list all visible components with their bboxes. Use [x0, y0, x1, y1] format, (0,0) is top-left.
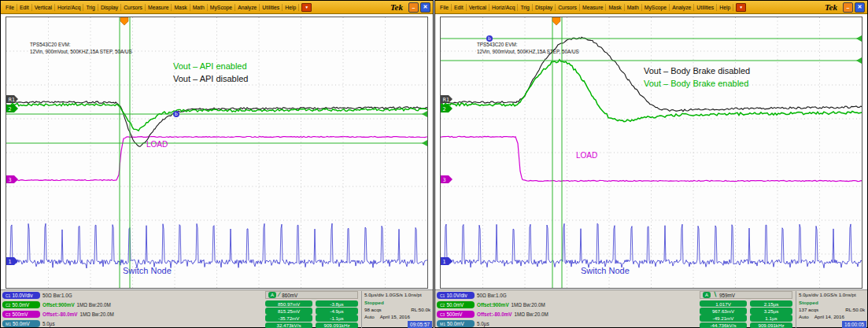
menu-item-measure[interactable]: Measure — [146, 4, 172, 11]
setup-line-2: 12Vin, 900mVout, 500KHZ,15A STEP, 50A/US — [477, 48, 579, 55]
channel-marker-3[interactable]: 3 — [441, 175, 452, 183]
measurement-badge[interactable]: 909.091kHz — [750, 322, 792, 328]
channel-marker-3[interactable]: 3 — [6, 175, 18, 183]
trigger-readout[interactable]: A ∕ 860mV — [265, 291, 358, 299]
menu-item-utilities[interactable]: Utilities — [694, 4, 717, 11]
channel-badge[interactable]: C3 500mV — [2, 311, 40, 318]
measurement-badge[interactable]: -3.8µs — [316, 300, 358, 307]
channel-marker-1[interactable]: 1 — [441, 257, 452, 265]
channel-marker-R1[interactable]: R1 — [441, 95, 452, 103]
channel-readout-c3[interactable]: C3 500mV Offset:-80.0mV 1MΩ Bw:20.0M — [2, 310, 114, 319]
menu-item-file[interactable]: File — [438, 4, 452, 11]
menu-item-horizacq[interactable]: Horiz/Acq — [55, 4, 83, 11]
channel-readout-c1[interactable]: C1 10.0V/div 50Ω Bw:1.0G — [437, 291, 507, 300]
menu-item-horizacq[interactable]: Horiz/Acq — [489, 4, 518, 11]
svg-text:R1: R1 — [443, 97, 450, 103]
channel-readout-c3[interactable]: C3 500mV Offset:-80.0mV 1MΩ Bw:20.0M — [437, 310, 549, 319]
svg-text:2: 2 — [9, 106, 12, 112]
scope-display[interactable]: R1231b TPS543C20 EVM: 12Vin, 900mVout, 5… — [440, 17, 862, 289]
menu-item-display[interactable]: Display — [98, 4, 121, 11]
channel-marker-1[interactable]: 1 — [6, 257, 18, 265]
menu-item-cursors[interactable]: Cursors — [556, 4, 580, 11]
measurement-badge[interactable]: 967.63mV — [700, 308, 747, 314]
channel-readout-c2[interactable]: C2 50.0mV Offset:900mV 1MΩ Bw:20.0M — [437, 300, 545, 309]
menu-item-trig[interactable]: Trig — [518, 4, 532, 11]
measurement-badge[interactable]: 3.25µs — [750, 308, 792, 314]
menu-item-trig[interactable]: Trig — [83, 4, 98, 11]
channel-badge[interactable]: C2 50.0mV — [2, 301, 40, 308]
menu-item-edit[interactable]: Edit — [452, 4, 467, 11]
channel-badge[interactable]: C2 50.0mV — [437, 301, 475, 308]
date-readout: April 15, 2016 — [380, 314, 410, 319]
menu-item-math[interactable]: Math — [190, 4, 208, 11]
menu-item-math[interactable]: Math — [625, 4, 642, 11]
channel-readout-m1[interactable]: M1 50.0mV 5.0µs — [437, 319, 489, 328]
measurement-badge[interactable]: 850.97mV — [265, 300, 312, 307]
menu-item-help[interactable]: Help — [283, 4, 299, 11]
measurement-badge[interactable]: 909.091kHz — [316, 322, 358, 328]
measurement-badge[interactable]: 815.25mV — [265, 308, 312, 314]
channel-detail: 1MΩ Bw:20.0M — [79, 311, 113, 317]
channel-readout-c2[interactable]: C2 50.0mV Offset:900mV 1MΩ Bw:20.0M — [2, 300, 111, 309]
channel-badge[interactable]: M1 50.0mV — [2, 320, 40, 327]
menu-item-vertical[interactable]: Vertical — [32, 4, 55, 11]
measurement-badge[interactable]: 1.1µs — [750, 315, 792, 321]
channel-detail: 50Ω Bw:1.0G — [477, 293, 507, 298]
measurement-badge[interactable]: -4.9µs — [316, 308, 358, 314]
menu-item-help[interactable]: Help — [717, 4, 733, 11]
menu-item-vertical[interactable]: Vertical — [467, 4, 489, 11]
timebase-readout: 5.0µs/div 1.0GS/s 1.0ns/pt — [799, 291, 866, 298]
menu-bar: File Edit Vertical Horiz/Acq Trig Displa… — [435, 1, 867, 14]
channel-detail: 1MΩ Bw:20.0M — [77, 302, 111, 308]
measurement-badge[interactable]: -49.21mV — [700, 315, 747, 321]
menu-item-mask[interactable]: Mask — [172, 4, 190, 11]
setup-line-1: TPS543C20 EVM: — [477, 41, 579, 48]
menu-item-analyze[interactable]: Analyze — [670, 4, 694, 11]
channel-badge[interactable]: M1 50.0mV — [437, 320, 475, 327]
measurement-badge[interactable]: -44.736kV/s — [700, 322, 747, 328]
scope-display[interactable]: R1231b TPS543C20 EVM: 12Vin, 900mVout, 5… — [6, 17, 428, 289]
measurement-badge[interactable]: -35.72mV — [265, 315, 312, 321]
menu-item-analyze[interactable]: Analyze — [235, 4, 260, 11]
channel-marker-2[interactable]: 2 — [441, 105, 452, 112]
channel-id: C2 — [440, 303, 445, 308]
channel-badge[interactable]: C3 500mV — [437, 311, 475, 318]
measurement-badge[interactable]: 2.15µs — [750, 300, 792, 307]
channel-readout-m1[interactable]: M1 50.0mV 5.0µs — [2, 319, 55, 328]
trigger-source-badge: A — [268, 292, 276, 298]
channel-id: M1 — [6, 322, 11, 326]
menu-item-cursors[interactable]: Cursors — [121, 4, 146, 11]
trigger-position-marker[interactable] — [552, 17, 560, 25]
svg-text:1: 1 — [443, 259, 446, 265]
channel-badge[interactable]: C1 10.0V/div — [2, 292, 40, 299]
channel-marker-2[interactable]: 2 — [6, 105, 18, 112]
channel-scale: 10.0V/div — [12, 293, 32, 298]
acquisition-status: Stopped — [364, 298, 432, 305]
trigger-position-marker[interactable] — [120, 17, 128, 25]
menu-item-edit[interactable]: Edit — [17, 4, 32, 11]
menu-item-measure[interactable]: Measure — [580, 4, 606, 11]
menu-overflow-button[interactable]: ▼ — [736, 3, 746, 12]
measurement-badge[interactable]: 1.017V — [700, 300, 747, 307]
waveform-canvas[interactable]: R1231b — [6, 17, 427, 288]
channel-readout-c1[interactable]: C1 10.0V/div 50Ω Bw:1.0G — [2, 291, 72, 300]
minimize-button[interactable]: – — [843, 2, 853, 13]
channel-id: C1 — [6, 293, 10, 298]
trigger-readout[interactable]: A ∖ 959mV — [700, 291, 792, 299]
menu-item-myscope[interactable]: MyScope — [208, 4, 235, 11]
menu-item-mask[interactable]: Mask — [606, 4, 624, 11]
menu-item-utilities[interactable]: Utilities — [260, 4, 283, 11]
close-button[interactable]: ✕ — [855, 2, 865, 13]
menu-item-file[interactable]: File — [3, 4, 17, 11]
measurement-badge[interactable]: 32.473kV/s — [265, 322, 312, 328]
waveform-canvas[interactable]: R1231b — [441, 17, 862, 288]
oscilloscope-window-right: File Edit Vertical Horiz/Acq Trig Displa… — [434, 0, 868, 328]
menu-item-myscope[interactable]: MyScope — [642, 4, 670, 11]
minimize-button[interactable]: – — [408, 2, 419, 13]
measurement-badge[interactable]: -1.1µs — [316, 315, 358, 321]
menu-overflow-button[interactable]: ▼ — [301, 3, 312, 12]
channel-badge[interactable]: C1 10.0V/div — [437, 292, 475, 299]
trace-label-enabled: Vout – Body Brake enabled — [644, 79, 748, 88]
close-button[interactable]: ✕ — [420, 2, 430, 13]
menu-item-display[interactable]: Display — [533, 4, 556, 11]
